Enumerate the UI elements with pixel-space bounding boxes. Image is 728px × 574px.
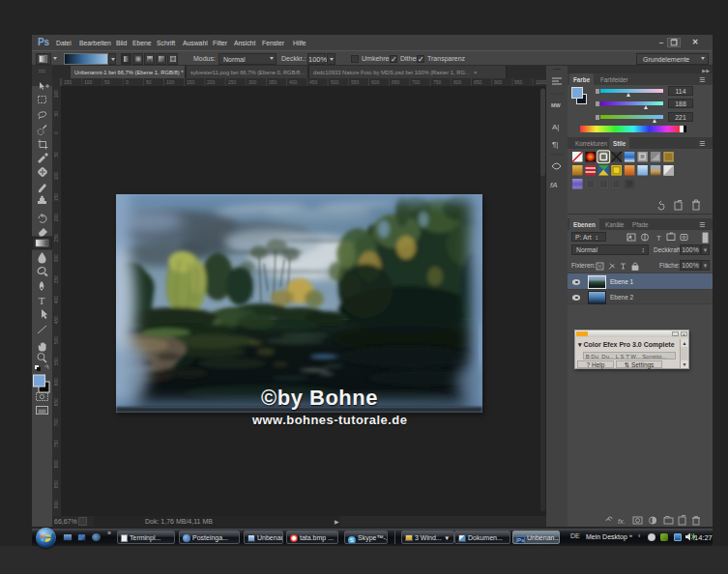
svg-text:fA: fA [550,181,558,189]
svg-text:fx.: fx. [618,517,626,526]
svg-text:T: T [39,295,45,306]
svg-text:A|: A| [552,123,559,131]
svg-text:T: T [656,234,661,243]
svg-text:¶|: ¶| [552,140,558,149]
svg-text:MW: MW [551,102,562,108]
